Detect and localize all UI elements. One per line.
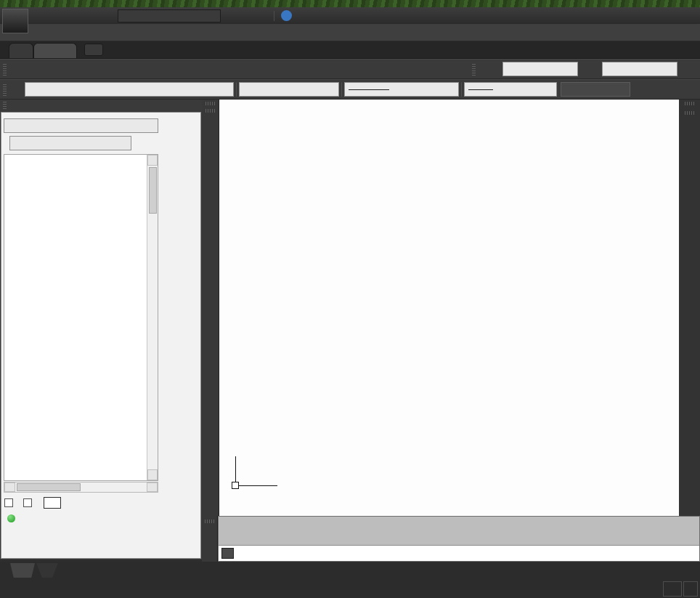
palette-tabs <box>1 113 200 116</box>
linetype-combo[interactable] <box>344 82 459 97</box>
modify-toolbar <box>679 100 700 516</box>
plotstyle-combo <box>561 82 630 97</box>
layers-toolbar <box>0 79 700 100</box>
scroll-up-icon[interactable] <box>147 155 158 166</box>
standard-toolbar <box>0 59 700 79</box>
command-line <box>218 516 700 562</box>
toolbar-grip[interactable] <box>205 520 215 523</box>
new-layout-button[interactable] <box>36 563 58 578</box>
classifier-combo[interactable] <box>4 118 158 133</box>
drawing-canvas[interactable] <box>219 100 679 516</box>
skeleton-model-checkbox[interactable] <box>4 498 13 507</box>
divider <box>341 82 342 97</box>
toolbar-grip[interactable] <box>685 102 695 105</box>
tab-drawing1[interactable] <box>33 43 77 58</box>
styles-area <box>469 61 697 77</box>
scrollbar-thumb[interactable] <box>149 167 157 214</box>
command-line-panel <box>202 516 700 562</box>
ucs-origin <box>232 482 239 489</box>
tab-start[interactable] <box>9 43 33 58</box>
command-input[interactable] <box>240 548 699 559</box>
toolbar-grip[interactable] <box>3 83 7 96</box>
ucs-icon <box>225 442 298 500</box>
draw-toolbar <box>202 100 219 516</box>
text-style-icon[interactable] <box>483 61 498 77</box>
command-line-controls <box>202 516 218 562</box>
toolbar-grip[interactable] <box>472 62 476 76</box>
bottom-bar <box>0 562 700 598</box>
color-combo[interactable] <box>239 82 339 97</box>
palette-body <box>1 112 201 559</box>
mdi-window-controls <box>684 24 696 41</box>
toolbar-grip[interactable] <box>685 111 695 115</box>
layer-properties-button[interactable] <box>9 81 25 97</box>
scale-combo[interactable] <box>9 136 131 150</box>
osnapz-checkbox[interactable] <box>23 498 32 507</box>
dim-style-icon[interactable] <box>582 61 598 77</box>
title-bar <box>0 7 700 24</box>
ucs-x-axis <box>235 485 277 486</box>
new-tab-button[interactable] <box>84 44 103 56</box>
classifier-palette <box>0 100 202 559</box>
precision-badge[interactable] <box>44 497 61 509</box>
toolbar-grip[interactable] <box>3 62 7 76</box>
vertical-scrollbar[interactable] <box>147 155 158 480</box>
scrollbar-thumb[interactable] <box>17 483 81 491</box>
title-right-icons <box>228 10 298 21</box>
toolbar-grip[interactable] <box>205 109 216 113</box>
status-bar <box>663 580 698 597</box>
application-window <box>0 0 700 598</box>
menu-bar <box>0 24 700 41</box>
horizontal-scrollbar[interactable] <box>4 482 158 493</box>
space-button[interactable] <box>683 581 698 597</box>
toolbar-grip[interactable] <box>205 102 216 105</box>
command-history <box>219 517 699 545</box>
text-style-combo[interactable] <box>502 62 578 76</box>
coordinates-display <box>663 581 682 597</box>
divider <box>461 82 462 97</box>
lineweight-combo[interactable] <box>464 82 557 97</box>
linetype-sample <box>349 89 389 90</box>
lineweight-sample <box>468 89 493 90</box>
scroll-down-icon[interactable] <box>147 469 158 480</box>
command-prompt-icon <box>221 548 234 559</box>
search-input[interactable] <box>118 11 225 21</box>
desktop-background <box>0 0 700 7</box>
layer-combo[interactable] <box>25 82 234 97</box>
classifier-list <box>4 154 158 481</box>
help-search-box <box>118 9 221 23</box>
scroll-right-icon[interactable] <box>147 482 158 492</box>
layout-tabs <box>10 563 58 578</box>
palette-grip[interactable] <box>0 100 202 111</box>
command-input-row <box>219 545 699 561</box>
document-tabs <box>0 41 700 59</box>
dim-style-combo[interactable] <box>602 62 677 76</box>
tab-model[interactable] <box>10 563 35 578</box>
ucs-y-axis <box>235 456 236 485</box>
update-status-icon <box>7 514 15 522</box>
scroll-left-icon[interactable] <box>4 482 15 492</box>
table-style-icon[interactable] <box>682 61 697 77</box>
divider <box>236 82 237 97</box>
divider <box>274 11 274 21</box>
app-logo[interactable] <box>2 9 28 33</box>
help-button[interactable] <box>281 10 292 21</box>
